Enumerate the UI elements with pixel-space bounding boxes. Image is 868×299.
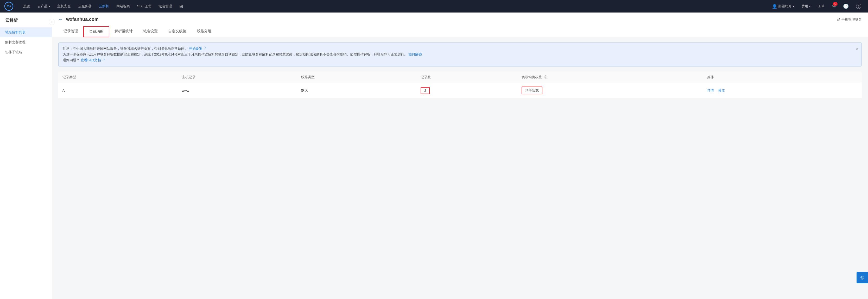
nav-ssl[interactable]: SSL 证书 <box>133 0 155 12</box>
notice-line3: 遇到问题？ 查看FAQ文档 ↗ <box>63 57 857 63</box>
notice-close-button[interactable]: × <box>856 45 858 52</box>
col-line-type: 线路类型 <box>297 72 416 83</box>
action-edit[interactable]: 修改 <box>718 88 725 92</box>
cell-weight: 均等负载 <box>518 83 703 98</box>
clock-icon: 🕐 <box>843 3 849 9</box>
nav-plus[interactable]: ⊞ <box>176 0 187 12</box>
col-record-type: 记录类型 <box>58 72 178 83</box>
main-content: ← wxfanhua.com 品 手机管理域名 记录管理 负载均衡 解析量统计 <box>52 12 868 299</box>
notice-banner: × 注意：在中国大陆地区开展网站服务，请先将域名进行备案，否则将无法正常访问。 … <box>58 43 862 66</box>
chat-icon: ☺ <box>860 274 865 281</box>
chat-button[interactable]: ☺ <box>857 272 868 283</box>
domain-title-row: ← wxfanhua.com 品 手机管理域名 <box>58 17 862 22</box>
tab-stats[interactable]: 解析量统计 <box>109 26 138 37</box>
sidebar-item-subdomain[interactable]: 协作子域名 <box>0 47 52 57</box>
plus-icon: ⊞ <box>179 3 183 9</box>
sidebar-item-domain-list[interactable]: 域名解析列表 <box>0 27 52 37</box>
tab-line-group[interactable]: 线路分组 <box>191 26 217 37</box>
sidebar: 云解析 域名解析列表 解析套餐管理 协作子域名 ‹ <box>0 12 52 299</box>
fee-arrow-icon: ▾ <box>809 5 810 8</box>
cell-record-count: 2 <box>416 83 518 98</box>
tab-custom-line[interactable]: 自定义线路 <box>163 26 191 37</box>
cell-host-record: www <box>178 83 297 98</box>
help-icon: ? <box>856 4 861 9</box>
nav-website-icp[interactable]: 网站备案 <box>113 0 133 12</box>
cell-actions: 详情 修改 <box>703 83 862 98</box>
weight-info-icon[interactable]: ⓘ <box>544 75 547 79</box>
nav-mail[interactable]: ✉ 6 <box>829 0 838 12</box>
main-layout: 云解析 域名解析列表 解析套餐管理 协作子域名 ‹ ← wxfanhua.com… <box>0 12 868 299</box>
user-icon: 👤 <box>772 4 777 9</box>
notice-line2: 为进一步保障腾讯云用户域名解析数据的安全和稳定，系统于2018年8月14号对近三… <box>63 52 857 57</box>
tab-bar: 记录管理 负载均衡 解析量统计 域名设置 自定义线路 线路分组 <box>58 26 862 37</box>
domain-header: ← wxfanhua.com 品 手机管理域名 记录管理 负载均衡 解析量统计 <box>52 12 868 37</box>
top-navigation: 总览 云产品 ▾ 主机安全 云服务器 云解析 网站备案 SSL 证书 域名管理 … <box>0 0 868 12</box>
notice-link-faq[interactable]: 查看FAQ文档 ↗ <box>81 58 105 62</box>
tab-load-balance[interactable]: 负载均衡 <box>83 26 109 37</box>
col-record-count: 记录数 <box>416 72 518 83</box>
collapse-icon: ‹ <box>51 20 52 24</box>
tab-record-management[interactable]: 记录管理 <box>58 26 83 37</box>
sidebar-item-package[interactable]: 解析套餐管理 <box>0 37 52 47</box>
nav-user[interactable]: 👤 影隐约月 ▾ <box>769 0 797 12</box>
load-balance-table: 记录类型 主机记录 线路类型 记录数 <box>58 72 862 98</box>
nav-right-section: 👤 影隐约月 ▾ 费用 ▾ 工单 ✉ 6 🕐 ? <box>769 0 864 12</box>
notice-line1: 注意：在中国大陆地区开展网站服务，请先将域名进行备案，否则将无法正常访问。 开始… <box>63 46 857 52</box>
nav-cloud-dns[interactable]: 云解析 <box>95 0 113 12</box>
logo[interactable] <box>4 2 13 11</box>
domain-name: wxfanhua.com <box>66 17 99 22</box>
nav-clock[interactable]: 🕐 <box>840 0 851 12</box>
table-row: A www 默认 2 均等负载 详情 修改 <box>58 83 862 98</box>
action-detail[interactable]: 详情 <box>707 88 714 92</box>
notice-link-unlock[interactable]: 如何解锁 <box>408 52 422 56</box>
nav-help[interactable]: ? <box>854 0 864 12</box>
record-count-value: 2 <box>421 87 430 94</box>
nav-tools[interactable]: 工单 <box>815 0 827 12</box>
col-host-record: 主机记录 <box>178 72 297 83</box>
page-content: × 注意：在中国大陆地区开展网站服务，请先将域名进行备案，否则将无法正常访问。 … <box>52 37 868 104</box>
notice-link-icp[interactable]: 开始备案 ↗ <box>189 47 207 51</box>
mobile-manage-button[interactable]: 品 手机管理域名 <box>837 17 862 22</box>
nav-overview[interactable]: 总览 <box>20 0 34 12</box>
nav-host-security[interactable]: 主机安全 <box>54 0 74 12</box>
sidebar-title: 云解析 <box>0 18 52 27</box>
nav-cloud-products[interactable]: 云产品 ▾ <box>34 0 54 12</box>
cell-record-type: A <box>58 83 178 98</box>
nav-domain[interactable]: 域名管理 <box>155 0 176 12</box>
back-button[interactable]: ← <box>58 17 63 22</box>
col-weight: 负载均衡权重 ⓘ <box>518 72 703 83</box>
weight-value: 均等负载 <box>522 86 542 94</box>
nav-fee[interactable]: 费用 ▾ <box>799 0 813 12</box>
mail-badge: 6 <box>833 2 838 6</box>
sidebar-collapse-button[interactable]: ‹ <box>49 19 55 25</box>
cell-line-type: 默认 <box>297 83 416 98</box>
arrow-icon: ▾ <box>49 5 50 8</box>
table-header-row: 记录类型 主机记录 线路类型 记录数 <box>58 72 862 83</box>
col-actions: 操作 <box>703 72 862 83</box>
tab-domain-settings[interactable]: 域名设置 <box>138 26 163 37</box>
user-arrow-icon: ▾ <box>793 5 794 8</box>
nav-cloud-server[interactable]: 云服务器 <box>74 0 95 12</box>
